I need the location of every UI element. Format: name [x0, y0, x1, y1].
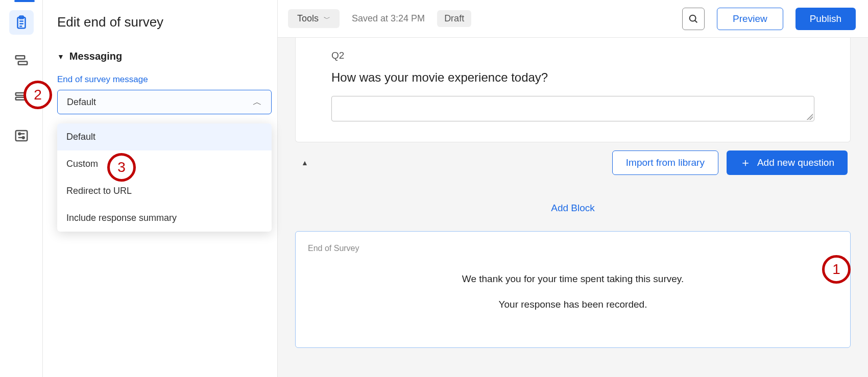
- sidebar-panel: Edit end of survey ▼ Messaging End of su…: [43, 0, 278, 377]
- publish-label: Publish: [810, 13, 841, 24]
- dropdown-option-custom[interactable]: Custom: [57, 150, 272, 178]
- dropdown-option-default[interactable]: Default: [57, 123, 272, 150]
- import-label: Import from library: [626, 157, 705, 168]
- main-area: Tools ﹀ Saved at 3:24 PM Draft Preview P…: [278, 0, 868, 377]
- tools-menu-button[interactable]: Tools ﹀: [288, 9, 340, 28]
- dropdown-option-redirect[interactable]: Redirect to URL: [57, 178, 272, 205]
- select-value: Default: [67, 97, 96, 108]
- question-text-input[interactable]: [331, 96, 814, 121]
- eos-message-field-label: End of survey message: [57, 74, 277, 85]
- rail-builder[interactable]: [9, 10, 34, 35]
- eos-message-select[interactable]: Default ︿: [57, 90, 272, 114]
- block-collapse-toggle[interactable]: ▲: [298, 156, 311, 170]
- section-messaging-header[interactable]: ▼ Messaging: [57, 51, 277, 62]
- question-block[interactable]: Q2 How was your movie experience today?: [295, 38, 851, 142]
- flow-icon: [14, 53, 29, 68]
- preview-label: Preview: [733, 13, 767, 24]
- publish-button[interactable]: Publish: [795, 8, 856, 30]
- add-question-label: Add new question: [757, 157, 834, 168]
- svg-rect-6: [18, 62, 27, 65]
- svg-point-12: [18, 133, 20, 135]
- saved-timestamp: Saved at 3:24 PM: [352, 13, 425, 24]
- eos-text-line2: Your response has been recorded.: [308, 297, 838, 312]
- add-new-question-button[interactable]: ＋ Add new question: [727, 150, 848, 175]
- sidebar-title: Edit end of survey: [57, 14, 277, 30]
- chevron-down-icon: ﹀: [324, 14, 330, 23]
- question-text: How was your movie experience today?: [331, 70, 814, 85]
- search-button[interactable]: [682, 8, 705, 30]
- svg-rect-5: [15, 56, 25, 59]
- section-messaging-label: Messaging: [69, 51, 122, 62]
- topbar: Tools ﹀ Saved at 3:24 PM Draft Preview P…: [278, 0, 868, 38]
- svg-point-15: [690, 15, 696, 21]
- eos-block-label: End of Survey: [308, 244, 838, 253]
- eos-text-line1: We thank you for your time spent taking …: [308, 271, 838, 287]
- svg-point-14: [22, 137, 24, 139]
- block-actions-row: ▲ Import from library ＋ Add new question: [295, 150, 851, 185]
- add-block-link[interactable]: Add Block: [295, 185, 851, 231]
- clipboard-icon: [14, 15, 29, 30]
- layers-icon: [14, 90, 29, 106]
- rail-settings[interactable]: [9, 123, 34, 148]
- tools-label: Tools: [297, 13, 319, 24]
- rail-options[interactable]: [9, 86, 34, 110]
- eos-block-text: We thank you for your time spent taking …: [308, 271, 838, 313]
- canvas: Q2 How was your movie experience today? …: [278, 38, 868, 377]
- end-of-survey-block[interactable]: End of Survey We thank you for your time…: [295, 231, 851, 348]
- dropdown-option-summary[interactable]: Include response summary: [57, 205, 272, 232]
- add-block-label: Add Block: [551, 203, 595, 213]
- svg-rect-8: [15, 97, 27, 100]
- nav-rail: [0, 0, 43, 377]
- question-id-label: Q2: [331, 50, 814, 61]
- search-icon: [688, 13, 699, 24]
- caret-down-icon: ▼: [57, 53, 64, 61]
- rail-flow[interactable]: [9, 48, 34, 72]
- svg-rect-7: [15, 93, 27, 95]
- import-from-library-button[interactable]: Import from library: [612, 150, 718, 175]
- svg-rect-10: [15, 131, 27, 141]
- sliders-icon: [14, 128, 29, 143]
- svg-line-16: [695, 20, 697, 22]
- plus-icon: ＋: [740, 155, 751, 170]
- draft-status-pill: Draft: [437, 10, 471, 27]
- preview-button[interactable]: Preview: [717, 8, 783, 30]
- eos-message-dropdown: Default Custom Redirect to URL Include r…: [57, 123, 272, 232]
- chevron-up-icon: ︿: [253, 96, 262, 108]
